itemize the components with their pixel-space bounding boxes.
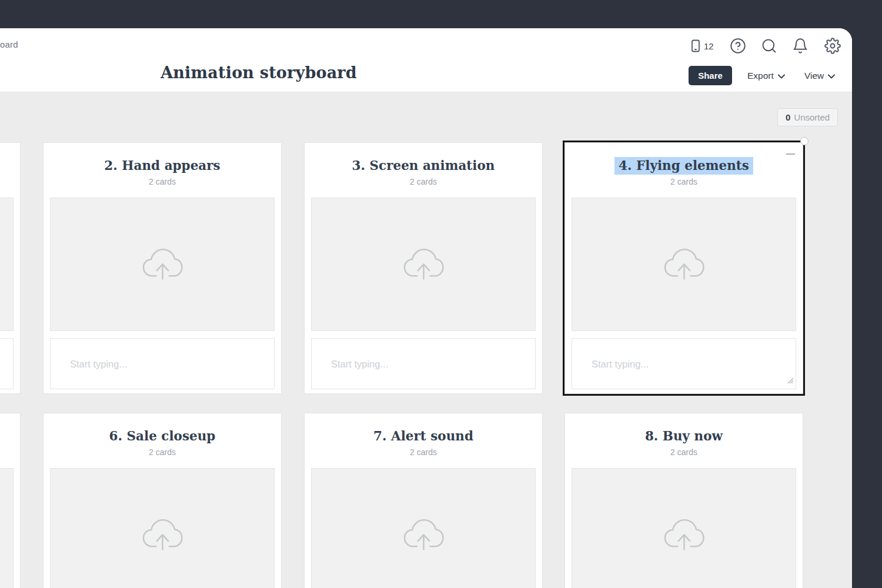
- selection-corner-handle[interactable]: [800, 137, 808, 145]
- card-title[interactable]: 3. Screen animation: [305, 158, 542, 173]
- card-count: 2 cards: [305, 177, 542, 186]
- text-placeholder: Start typing...: [592, 358, 649, 369]
- storyboard-card-selected[interactable]: 4. Flying elements 2 cards Start typing.…: [564, 142, 803, 394]
- image-drop-area[interactable]: [572, 198, 796, 331]
- device-preview-button[interactable]: [686, 37, 705, 56]
- breadcrumb[interactable]: oard: [0, 39, 18, 49]
- view-label: View: [804, 71, 824, 81]
- bell-icon: [792, 38, 808, 56]
- image-drop-area[interactable]: [0, 468, 14, 588]
- card-title[interactable]: 7. Alert sound: [305, 429, 542, 444]
- export-button[interactable]: Export: [747, 66, 785, 85]
- card-title[interactable]: 2. Hand appears: [44, 158, 281, 173]
- image-drop-area[interactable]: [50, 468, 275, 588]
- screenshot-stage: oard Animation storyboard 12: [0, 0, 882, 588]
- notifications-button[interactable]: [791, 37, 810, 56]
- view-button[interactable]: View: [804, 66, 835, 85]
- help-icon: [730, 38, 746, 56]
- card-text-input[interactable]: Start typing...: [572, 338, 796, 389]
- collapse-card-button[interactable]: [786, 151, 796, 157]
- resize-grip-icon[interactable]: [785, 375, 793, 386]
- upload-cloud-icon: [661, 515, 707, 555]
- help-button[interactable]: [729, 37, 747, 56]
- storyboard-card[interactable]: 6. Sale closeup 2 cards Start typing...: [43, 413, 282, 588]
- upload-cloud-icon: [661, 245, 707, 285]
- chevron-down-icon: [828, 71, 835, 81]
- card-count: 2 cards: [565, 447, 803, 457]
- card-title[interactable]: 8. Buy now: [565, 429, 803, 444]
- card-title[interactable]: 6. Sale closeup: [44, 429, 281, 444]
- minus-icon: [786, 153, 795, 155]
- device-count: 12: [704, 41, 714, 51]
- storyboard-card-partial[interactable]: [0, 142, 21, 394]
- text-placeholder: Start typing...: [331, 358, 388, 369]
- upload-cloud-icon: [400, 515, 446, 555]
- image-drop-area[interactable]: [50, 198, 275, 331]
- card-text-input[interactable]: [0, 338, 14, 389]
- storyboard-card[interactable]: 8. Buy now 2 cards Start typing...: [564, 413, 803, 588]
- share-button[interactable]: Share: [689, 66, 732, 85]
- card-title[interactable]: 4. Flying elements: [565, 158, 803, 173]
- upload-cloud-icon: [139, 515, 185, 555]
- card-count: 2 cards: [44, 447, 281, 457]
- upload-cloud-icon: [400, 245, 446, 285]
- unsorted-label: Unsorted: [794, 112, 830, 122]
- search-icon: [761, 38, 777, 56]
- unsorted-badge[interactable]: 0 Unsorted: [777, 108, 838, 126]
- chevron-down-icon: [778, 71, 785, 81]
- image-drop-area[interactable]: [311, 468, 536, 588]
- smartphone-icon: [689, 39, 703, 55]
- app-header: oard Animation storyboard 12: [0, 28, 852, 92]
- image-drop-area[interactable]: [0, 198, 14, 331]
- export-label: Export: [747, 71, 774, 81]
- image-drop-area[interactable]: [572, 468, 796, 588]
- card-count: 2 cards: [44, 177, 281, 186]
- image-drop-area[interactable]: [311, 198, 536, 331]
- selected-title-highlight: 4. Flying elements: [614, 157, 753, 175]
- storyboard-card[interactable]: 3. Screen animation 2 cards Start typing…: [304, 142, 543, 394]
- card-count: 2 cards: [305, 447, 542, 457]
- unsorted-count: 0: [786, 112, 790, 122]
- upload-cloud-icon: [139, 245, 185, 285]
- gear-icon: [824, 38, 841, 56]
- app-window: oard Animation storyboard 12: [0, 28, 852, 588]
- card-text-input[interactable]: Start typing...: [311, 338, 536, 389]
- storyboard-card-partial[interactable]: [0, 413, 21, 588]
- storyboard-card[interactable]: 2. Hand appears 2 cards Start typing...: [43, 142, 282, 394]
- card-count: 2 cards: [565, 177, 803, 186]
- board-title[interactable]: Animation storyboard: [141, 64, 376, 82]
- search-button[interactable]: [760, 37, 779, 56]
- settings-button[interactable]: [823, 37, 842, 56]
- card-text-input[interactable]: Start typing...: [50, 338, 275, 389]
- text-placeholder: Start typing...: [70, 358, 127, 369]
- storyboard-card[interactable]: 7. Alert sound 2 cards Start typing...: [304, 413, 543, 588]
